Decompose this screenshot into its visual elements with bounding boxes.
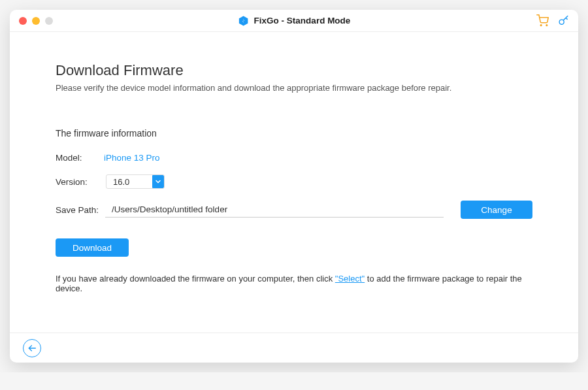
svg-point-0 [540, 25, 542, 26]
footer-text-prefix: If you have already downloaded the firmw… [56, 274, 335, 284]
app-window: FixGo - Standard Mode Download Firmware … [10, 10, 578, 363]
title-center: FixGo - Standard Mode [238, 15, 351, 27]
titlebar-right-icons [536, 14, 569, 27]
version-label: Version: [56, 177, 101, 187]
savepath-row: Save Path: Change [56, 201, 532, 219]
footer-text: If you have already downloaded the firmw… [56, 274, 532, 293]
page-subtitle: Please verify the device model informati… [56, 83, 532, 93]
key-icon[interactable] [558, 15, 569, 26]
download-button[interactable]: Download [56, 238, 129, 257]
window-controls [19, 17, 53, 25]
chevron-down-icon [152, 174, 164, 189]
maximize-window-button[interactable] [45, 17, 53, 25]
change-button[interactable]: Change [461, 201, 532, 219]
minimize-window-button[interactable] [32, 17, 40, 25]
close-window-button[interactable] [19, 17, 27, 25]
firmware-section-label: The firmware information [56, 128, 532, 138]
cart-icon[interactable] [536, 14, 549, 27]
app-logo-icon [238, 15, 250, 27]
select-link[interactable]: "Select" [335, 274, 365, 284]
titlebar: FixGo - Standard Mode [10, 10, 578, 32]
savepath-label: Save Path: [56, 205, 99, 215]
model-label: Model: [56, 153, 101, 163]
savepath-input[interactable] [105, 202, 444, 218]
svg-point-1 [546, 25, 547, 26]
back-button[interactable] [23, 339, 41, 357]
window-title: FixGo - Standard Mode [254, 16, 351, 25]
version-value: 16.0 [106, 177, 152, 187]
content-area: Download Firmware Please verify the devi… [10, 32, 578, 333]
model-value: iPhone 13 Pro [104, 153, 160, 163]
page-title: Download Firmware [56, 62, 532, 79]
model-row: Model: iPhone 13 Pro [56, 153, 532, 163]
version-row: Version: 16.0 [56, 174, 532, 189]
version-select[interactable]: 16.0 [106, 174, 165, 189]
bottombar [10, 333, 578, 363]
